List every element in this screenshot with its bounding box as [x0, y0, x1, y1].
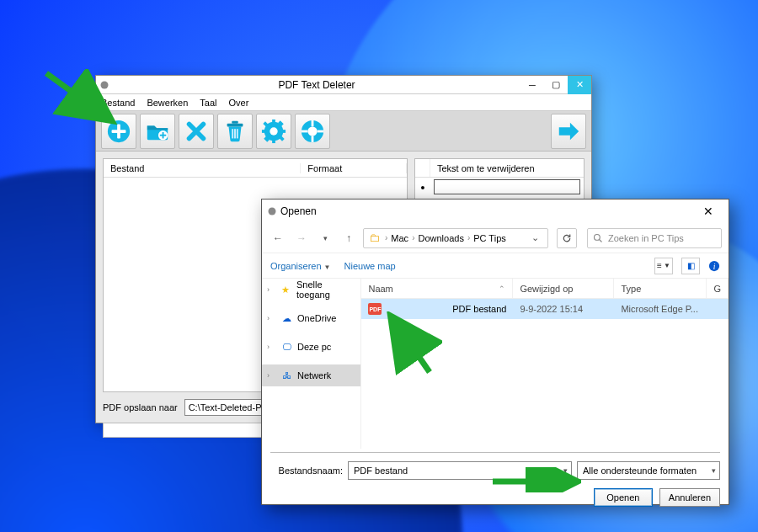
- chevron-right-icon: ›: [412, 233, 414, 242]
- add-folder-button[interactable]: [140, 114, 175, 149]
- nav-forward-button[interactable]: →: [292, 229, 311, 247]
- refresh-icon: [562, 233, 572, 243]
- trash-icon: [222, 119, 248, 144]
- svg-rect-16: [262, 130, 267, 133]
- sidebar-label: Netwerk: [297, 370, 331, 380]
- minimize-button[interactable]: ─: [520, 76, 544, 94]
- svg-line-30: [600, 239, 602, 242]
- cancel-button[interactable]: Annuleren: [659, 488, 720, 507]
- column-header-name[interactable]: Naam ⌃: [361, 279, 513, 298]
- svg-rect-8: [232, 120, 238, 123]
- nav-recent-button[interactable]: ▾: [316, 229, 334, 247]
- breadcrumb-seg-1[interactable]: Downloads: [418, 233, 463, 243]
- title-bar[interactable]: PDF Text Deleter ─ ▢ ✕: [96, 76, 591, 94]
- svg-rect-11: [237, 129, 238, 138]
- sidebar-label: Deze pc: [297, 342, 331, 352]
- folder-plus-icon: [145, 119, 170, 144]
- sidebar-item-network[interactable]: › 🖧 Netwerk: [262, 364, 360, 386]
- svg-point-23: [307, 126, 317, 136]
- help-icon[interactable]: i: [708, 260, 720, 272]
- svg-text:i: i: [713, 261, 716, 270]
- file-modified: 9-9-2022 15:14: [513, 304, 614, 314]
- save-path-label: PDF opslaan naar: [103, 402, 178, 412]
- refresh-button[interactable]: [557, 228, 577, 248]
- menu-bewerken[interactable]: Bewerken: [147, 98, 188, 108]
- help-button[interactable]: [295, 114, 330, 149]
- file-area: Naam ⌃ Gewijzigd op Type G PDF PDF besta…: [361, 279, 729, 449]
- close-button[interactable]: ✕: [568, 76, 591, 94]
- new-folder-button[interactable]: Nieuwe map: [344, 261, 396, 271]
- chevron-right-icon: ›: [267, 285, 275, 294]
- filename-value: PDF bestand: [354, 466, 408, 476]
- file-type-filter[interactable]: Alle ondersteunde formaten ▾: [577, 461, 720, 480]
- run-button[interactable]: [551, 114, 586, 149]
- nav-up-button[interactable]: ↑: [339, 229, 358, 247]
- file-type: Microsoft Edge P...: [614, 304, 707, 314]
- remove-button[interactable]: [179, 114, 214, 149]
- pdf-icon: PDF: [368, 303, 382, 315]
- search-input[interactable]: Zoeken in PC Tips: [587, 228, 722, 248]
- nav-back-button[interactable]: ←: [269, 229, 287, 247]
- menu-over[interactable]: Over: [228, 98, 248, 108]
- preview-pane-button[interactable]: ◧: [681, 258, 700, 274]
- chevron-down-icon: ▾: [563, 466, 568, 475]
- arrow-right-icon: [556, 119, 581, 144]
- filename-combo[interactable]: PDF bestand ▾: [348, 461, 572, 480]
- clear-button[interactable]: [217, 114, 253, 149]
- breadcrumb-seg-0[interactable]: Mac: [391, 233, 408, 243]
- sort-asc-icon: ⌃: [499, 285, 505, 293]
- app-icon: [96, 80, 113, 90]
- file-row[interactable]: PDF PDF bestand 9-9-2022 15:14 Microsoft…: [361, 299, 729, 319]
- column-header-format[interactable]: Formaat: [301, 163, 407, 173]
- svg-rect-17: [280, 130, 286, 133]
- chevron-right-icon: ›: [467, 233, 470, 242]
- dialog-title-bar[interactable]: Openen ✕: [262, 200, 729, 223]
- column-header-file[interactable]: Bestand: [104, 163, 301, 173]
- sidebar-item-quick-access[interactable]: › ★ Snelle toegang: [262, 279, 360, 301]
- settings-button[interactable]: [256, 114, 291, 149]
- file-name: PDF bestand: [452, 304, 506, 314]
- maximize-button[interactable]: ▢: [544, 76, 568, 94]
- star-icon: ★: [280, 284, 291, 295]
- organise-button[interactable]: Organiseren ▼: [270, 261, 331, 271]
- breadcrumb[interactable]: 🗀 › Mac › Downloads › PC Tips ⌄: [363, 228, 548, 248]
- filter-value: Alle ondersteunde formaten: [583, 466, 697, 476]
- dialog-title: Openen: [280, 205, 317, 217]
- chevron-right-icon: ›: [267, 343, 275, 351]
- plus-icon: [106, 119, 131, 144]
- gear-icon: [261, 119, 286, 144]
- breadcrumb-seg-2[interactable]: PC Tips: [473, 233, 506, 243]
- sidebar-label: Snelle toegang: [296, 279, 355, 300]
- menu-taal[interactable]: Taal: [200, 98, 216, 108]
- remove-text-input[interactable]: [434, 179, 580, 194]
- svg-point-28: [269, 208, 276, 215]
- dialog-sidebar: › ★ Snelle toegang › ☁ OneDrive › 🖵 Deze…: [262, 279, 361, 449]
- svg-rect-3: [112, 130, 126, 133]
- chevron-right-icon: ›: [267, 314, 275, 322]
- toolbar: [96, 111, 591, 152]
- column-header-type[interactable]: Type: [614, 279, 707, 298]
- sidebar-item-onedrive[interactable]: › ☁ OneDrive: [262, 307, 360, 329]
- dialog-nav-bar: ← → ▾ ↑ 🗀 › Mac › Downloads › PC Tips ⌄ …: [262, 223, 729, 253]
- monitor-icon: 🖵: [280, 341, 292, 353]
- chevron-down-icon[interactable]: ⌄: [528, 232, 542, 243]
- column-header-extra[interactable]: G: [707, 279, 729, 298]
- cloud-icon: ☁: [280, 312, 292, 324]
- column-header-modified[interactable]: Gewijzigd op: [513, 279, 614, 298]
- menu-bestand[interactable]: Bestand: [101, 98, 135, 108]
- sidebar-item-this-pc[interactable]: › 🖵 Deze pc: [262, 336, 360, 358]
- dialog-close-button[interactable]: ✕: [693, 201, 723, 221]
- cross-icon: [184, 119, 209, 144]
- search-icon: [593, 233, 603, 243]
- svg-rect-9: [232, 129, 233, 138]
- window-title: PDF Text Deleter: [113, 79, 520, 91]
- view-mode-button[interactable]: ≡ ▼: [654, 258, 673, 274]
- svg-point-29: [595, 234, 601, 240]
- svg-point-13: [270, 127, 277, 135]
- open-button[interactable]: Openen: [594, 488, 653, 507]
- filename-label: Bestandsnaam:: [270, 466, 343, 476]
- add-file-button[interactable]: [101, 114, 136, 149]
- row-marker: •: [415, 178, 430, 198]
- chevron-right-icon: ›: [385, 233, 387, 242]
- folder-icon: 🗀: [369, 231, 380, 244]
